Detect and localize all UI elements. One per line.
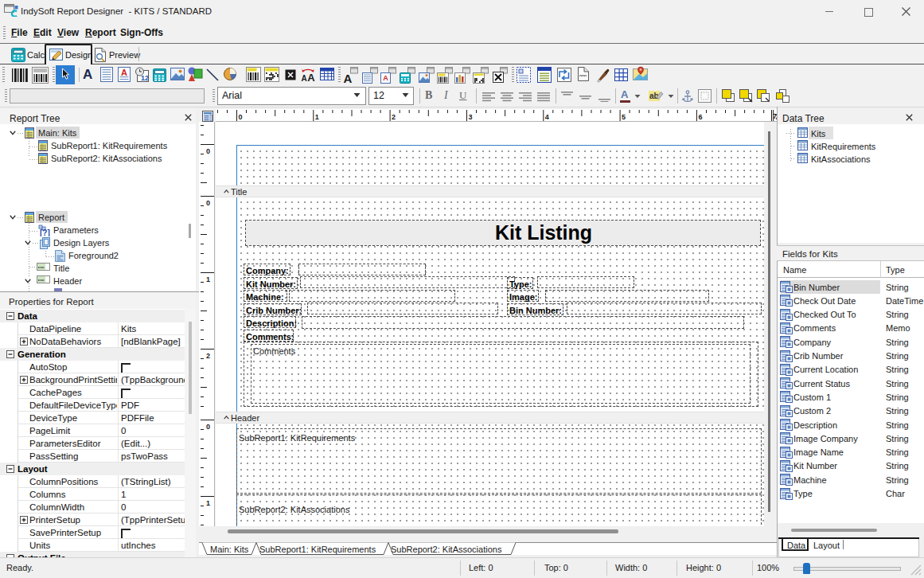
svg-text:A: A (307, 72, 315, 83)
svg-text:0: 0 (206, 423, 210, 431)
svg-text:A: A (121, 68, 127, 77)
svg-text:A: A (301, 74, 306, 83)
svg-text:4: 4 (545, 113, 549, 121)
svg-text:0: 0 (206, 147, 210, 155)
svg-text:0: 0 (239, 113, 243, 121)
svg-text:1: 1 (206, 275, 210, 283)
svg-text:3: 3 (469, 113, 473, 121)
svg-text:2: 2 (206, 352, 210, 360)
svg-text:A: A (344, 72, 353, 84)
svg-text:A: A (383, 74, 388, 82)
svg-text:[?]: [?] (40, 228, 50, 236)
svg-text:1: 1 (315, 113, 319, 121)
svg-text:0: 0 (206, 199, 210, 207)
svg-text:6: 6 (698, 113, 702, 121)
svg-text:5: 5 (622, 113, 626, 121)
svg-text:12: 12 (141, 74, 149, 82)
svg-text:2: 2 (392, 113, 396, 121)
svg-text:1: 1 (206, 499, 210, 507)
